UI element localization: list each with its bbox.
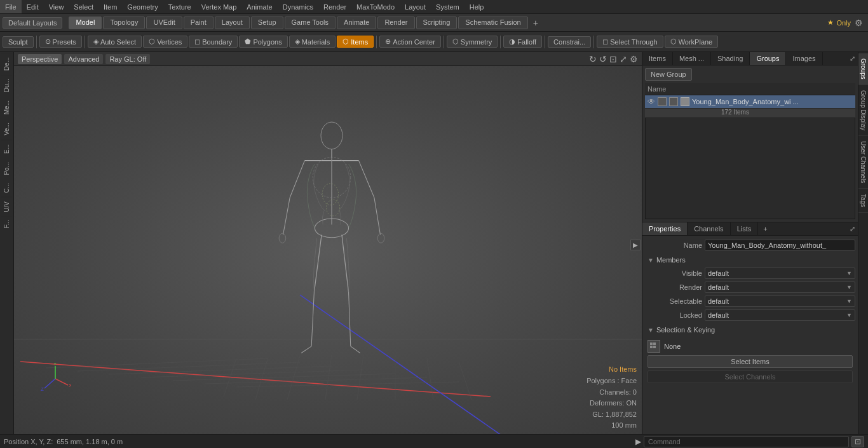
vp-settings-icon[interactable]: ⚙ [630,54,638,64]
right-vtab-tags[interactable]: Tags [858,189,868,213]
skeleton-svg [278,95,386,408]
props-tabs: Properties Channels Lists + ⤢ [642,222,858,236]
menu-maxtomodo[interactable]: MaxToModo [351,0,400,13]
vp-fit-icon[interactable]: ⊡ [609,54,617,64]
sidebar-tab-e[interactable]: E... [1,140,12,158]
right-vtab-groups[interactable]: Groups [858,53,868,85]
right-vtab-group-display[interactable]: Group Display [858,85,868,136]
tab-scripting[interactable]: Scripting [416,17,458,29]
viewport-content[interactable]: No Items Polygons : Face Channels: 0 Def… [14,66,642,434]
constraint-button[interactable]: Constrai... [548,36,591,48]
menu-dynamics[interactable]: Dynamics [278,0,318,13]
presets-button[interactable]: ⊙ Presets [39,36,82,48]
default-layouts-button[interactable]: Default Layouts [3,17,62,29]
vp-undo-icon[interactable]: ↺ [599,54,607,64]
tab-schematic[interactable]: Schematic Fusion [458,17,527,29]
sidebar-tab-me[interactable]: Me... [1,97,12,118]
layout-tabs: Model Topology UVEdit Paint Layout Setup… [69,17,541,29]
tab-model[interactable]: Model [69,17,102,29]
rp-tab-shading[interactable]: Shading [711,52,750,65]
selection-keying-section-header[interactable]: ▼ Selection & Keying [645,323,855,335]
items-button[interactable]: ⬡ Items [337,36,374,48]
properties-panel: Properties Channels Lists + ⤢ Name ▼ Mem… [642,222,858,434]
workplane-button[interactable]: ⬡ WorkPlane [665,36,719,48]
select-through-button[interactable]: ◻ Select Through [597,36,663,48]
tab-setup[interactable]: Setup [251,17,283,29]
tab-animate[interactable]: Animate [337,17,376,29]
sidebar-tab-ve[interactable]: Ve... [1,119,12,139]
auto-select-button[interactable]: ◈ Auto Select [88,36,142,48]
menu-help[interactable]: Help [465,0,489,13]
tab-render[interactable]: Render [377,17,414,29]
menu-vertex-map[interactable]: Vertex Map [196,0,242,13]
tab-uvedit[interactable]: UVEdit [146,17,182,29]
viewport[interactable]: Perspective Advanced Ray GL: Off ↻ ↺ ⊡ ⤢… [14,52,642,434]
gear-icon[interactable]: ⚙ [852,18,865,28]
command-clear-button[interactable]: ⊡ [851,436,864,447]
menu-system[interactable]: System [431,0,465,13]
sidebar-tab-de[interactable]: De... [1,53,12,74]
group-item[interactable]: 👁 Young_Man_Body_Anatomy_wi ... [645,95,855,109]
add-tab-button[interactable]: + [529,17,542,29]
falloff-button[interactable]: ◑ Falloff [503,36,542,48]
props-add-tab-button[interactable]: + [758,222,772,235]
prop-select-render[interactable]: default [705,282,855,293]
menu-item[interactable]: Item [98,0,122,13]
sidebar-tab-po[interactable]: Po... [1,158,12,179]
menu-edit[interactable]: Edit [22,0,44,13]
prop-select-locked[interactable]: default [705,309,855,321]
select-items-button[interactable]: Select Items [648,355,853,368]
props-tab-properties[interactable]: Properties [642,222,688,235]
props-expand-icon[interactable]: ⤢ [850,225,855,233]
menu-render[interactable]: Render [318,0,351,13]
new-group-button[interactable]: New Group [645,68,692,81]
menu-file[interactable]: File [0,0,22,13]
right-vtabs: Groups Group Display User Channels Tags [858,52,868,434]
sidebar-tab-du[interactable]: Du... [1,75,12,96]
rp-tab-groups[interactable]: Groups [750,52,786,65]
prop-select-selectable[interactable]: default [705,295,855,307]
rp-top-tabs: Items Mesh ... Shading Groups Images ⤢ [642,52,858,65]
menu-select[interactable]: Select [69,0,98,13]
sidebar-tab-c[interactable]: C... [1,179,12,197]
sculpt-button[interactable]: Sculpt [3,36,34,48]
rp-expand-icon[interactable]: ⤢ [850,55,855,63]
props-tab-lists[interactable]: Lists [731,222,759,235]
tab-topology[interactable]: Topology [103,17,145,29]
menu-texture[interactable]: Texture [163,0,196,13]
symmetry-button[interactable]: ⬡ Symmetry [447,36,498,48]
sidebar-tab-f[interactable]: F... [1,216,12,232]
tab-gametools[interactable]: Game Tools [285,17,336,29]
vp-tab-raygl[interactable]: Ray GL: Off [105,54,150,64]
right-vtab-user-channels[interactable]: User Channels [858,136,868,189]
vertices-button[interactable]: ⬡ Vertices [143,36,187,48]
expand-button[interactable]: ▶ [630,240,641,250]
group-visibility-icon[interactable]: 👁 [648,97,655,106]
menu-view[interactable]: View [44,0,69,13]
vp-tab-perspective[interactable]: Perspective [18,54,62,64]
action-center-button[interactable]: ⊕ Action Center [379,36,441,48]
command-arrow-icon[interactable]: ▶ [635,437,641,446]
rp-tab-images[interactable]: Images [786,52,822,65]
keying-grid-icon[interactable] [648,340,660,353]
rp-tab-mesh[interactable]: Mesh ... [673,52,711,65]
menu-layout[interactable]: Layout [400,0,431,13]
vp-tab-advanced[interactable]: Advanced [64,54,103,64]
vp-maximize-icon[interactable]: ⤢ [620,54,627,64]
select-channels-button[interactable]: Select Channels [648,370,853,383]
materials-button[interactable]: ◈ Materials [289,36,336,48]
prop-select-visible[interactable]: default [705,268,855,279]
props-tab-channels[interactable]: Channels [688,222,730,235]
polygons-button[interactable]: ⬟ Polygons [239,36,287,48]
tab-paint[interactable]: Paint [184,17,214,29]
boundary-button[interactable]: ◻ Boundary [189,36,238,48]
vp-rotate-icon[interactable]: ↻ [589,54,597,64]
rp-tab-items[interactable]: Items [642,52,673,65]
command-input[interactable] [644,436,849,447]
sidebar-tab-uv[interactable]: U/V [1,198,12,216]
members-section-header[interactable]: ▼ Members [645,254,855,265]
menu-geometry[interactable]: Geometry [122,0,163,13]
menu-animate[interactable]: Animate [241,0,277,13]
prop-input-name[interactable] [705,240,855,251]
tab-layout[interactable]: Layout [215,17,250,29]
